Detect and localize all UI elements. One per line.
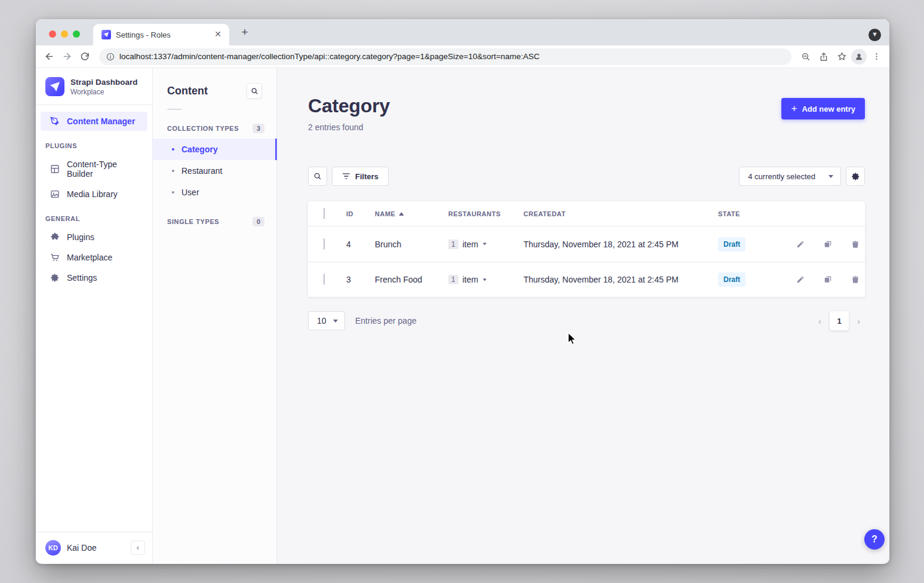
zoom-window-button[interactable] — [73, 30, 80, 38]
main-content: Category 2 entries found + Add new entry… — [277, 68, 889, 563]
duplicate-icon[interactable] — [820, 272, 836, 287]
user-name: Kai Doe — [67, 543, 125, 553]
row-checkbox[interactable] — [324, 274, 325, 285]
content-subnav: Content COLLECTION TYPES 3 Category Rest… — [153, 68, 277, 563]
sidebar-item-content-type-builder[interactable]: Content-Type Builder — [41, 155, 147, 183]
columns-selected-dropdown[interactable]: 4 currently selected — [739, 167, 841, 186]
sidebar-item-marketplace[interactable]: Marketplace — [41, 248, 147, 267]
help-button[interactable]: ? — [864, 529, 885, 550]
table-settings-gear-icon[interactable] — [846, 167, 865, 186]
plus-icon: + — [791, 103, 797, 113]
sidebar-item-settings[interactable]: Settings — [41, 268, 147, 287]
cell-restaurants[interactable]: 1 item — [448, 240, 523, 249]
previous-page-icon[interactable]: ‹ — [814, 314, 826, 329]
tab-search-icon[interactable]: ▼ — [868, 29, 881, 41]
sidebar-item-plugins[interactable]: Plugins — [41, 228, 147, 247]
column-header-name[interactable]: NAME — [375, 210, 448, 217]
forward-icon[interactable] — [58, 48, 75, 65]
column-header-state[interactable]: STATE — [718, 210, 793, 217]
minimize-window-button[interactable] — [61, 30, 68, 38]
workspace-brand[interactable]: Strapi Dashboard Workplace — [36, 68, 152, 105]
sidebar-item-label: Marketplace — [67, 253, 112, 262]
table-row[interactable]: 3 French Food 1 item Thursday, November … — [308, 262, 865, 297]
entries-per-page-dropdown[interactable]: 10 — [308, 311, 345, 330]
select-all-checkbox[interactable] — [324, 208, 325, 219]
tab-title: Settings - Roles — [116, 30, 208, 39]
delete-trash-icon[interactable] — [848, 272, 863, 287]
relation-count-badge: 1 — [448, 275, 458, 284]
cell-name: French Food — [375, 275, 448, 284]
profile-avatar-icon[interactable] — [851, 49, 867, 65]
chevron-down-icon — [828, 175, 833, 178]
browser-menu-icon[interactable] — [868, 48, 885, 65]
site-info-icon[interactable] — [106, 53, 115, 61]
browser-window: Settings - Roles ✕ + ▼ localhost:1337/ad… — [36, 19, 889, 564]
chevron-down-icon — [483, 243, 486, 246]
subnav-item-restaurant[interactable]: Restaurant — [153, 160, 276, 182]
bullet-icon — [172, 191, 174, 194]
bookmark-star-icon[interactable] — [833, 48, 850, 65]
column-header-createdat[interactable]: CREATEDAT — [523, 210, 718, 217]
single-types-count: 0 — [252, 217, 264, 226]
sidebar-item-content-manager[interactable]: Content Manager — [41, 112, 147, 131]
feather-pen-icon — [50, 116, 60, 126]
subnav-item-label: Category — [181, 145, 218, 154]
bullet-icon — [172, 170, 174, 172]
zoom-page-icon[interactable] — [797, 48, 814, 65]
cell-state: Draft — [718, 237, 793, 251]
back-icon[interactable] — [41, 48, 57, 65]
collapse-sidebar-button[interactable]: ‹ — [131, 541, 145, 555]
subnav-item-label: Restaurant — [181, 166, 222, 176]
url-text: localhost:1337/admin/content-manager/col… — [119, 52, 540, 61]
reload-icon[interactable] — [76, 48, 93, 65]
filter-icon — [342, 173, 350, 180]
picture-icon — [50, 189, 60, 199]
sidebar-item-label: Media Library — [67, 189, 118, 199]
search-icon[interactable] — [247, 83, 262, 99]
subnav-item-label: User — [181, 188, 199, 197]
table-header-row: ID NAME RESTAURANTS CREATEDAT STATE — [308, 201, 865, 226]
search-entries-icon[interactable] — [308, 167, 327, 186]
cell-restaurants[interactable]: 1 item — [448, 275, 523, 284]
relation-count-badge: 1 — [448, 240, 458, 249]
filters-button[interactable]: Filters — [332, 167, 389, 186]
cell-id: 4 — [346, 240, 375, 249]
table-actions-row: Filters 4 currently selected — [308, 167, 865, 186]
cell-id: 3 — [346, 275, 375, 284]
column-header-id[interactable]: ID — [346, 210, 375, 217]
edit-pencil-icon[interactable] — [793, 237, 808, 252]
entries-per-page-label: Entries per page — [355, 316, 417, 326]
main-sidebar: Strapi Dashboard Workplace Content Manag… — [36, 68, 153, 563]
page-number-button[interactable]: 1 — [830, 311, 849, 330]
strapi-logo — [45, 77, 64, 96]
table-row[interactable]: 4 Brunch 1 item Thursday, November 18, 2… — [308, 226, 865, 262]
sidebar-item-media-library[interactable]: Media Library — [41, 185, 147, 204]
collection-types-count: 3 — [252, 124, 264, 133]
workspace-subtitle: Workplace — [70, 88, 138, 96]
tab-close-icon[interactable]: ✕ — [212, 29, 223, 40]
column-header-restaurants[interactable]: RESTAURANTS — [448, 210, 523, 217]
sidebar-item-label: Plugins — [67, 232, 94, 242]
browser-tab[interactable]: Settings - Roles ✕ — [93, 24, 229, 45]
sidebar-item-label: Content-Type Builder — [67, 159, 138, 179]
new-tab-button[interactable]: + — [238, 26, 252, 40]
puzzle-icon — [50, 232, 60, 242]
entries-table: ID NAME RESTAURANTS CREATEDAT STATE 4 Br… — [308, 201, 865, 297]
duplicate-icon[interactable] — [820, 237, 836, 252]
delete-trash-icon[interactable] — [848, 237, 863, 252]
add-new-entry-button[interactable]: + Add new entry — [781, 98, 865, 119]
layout-builder-icon — [50, 164, 60, 174]
cell-name: Brunch — [375, 240, 448, 249]
gear-icon — [50, 273, 60, 283]
sidebar-item-label: Content Manager — [67, 116, 135, 126]
edit-pencil-icon[interactable] — [793, 272, 808, 287]
subnav-item-category[interactable]: Category — [153, 139, 276, 160]
subnav-item-user[interactable]: User — [153, 182, 276, 203]
sidebar-footer: KD Kai Doe ‹ — [36, 532, 152, 563]
tab-strip: Settings - Roles ✕ + ▼ — [36, 19, 889, 45]
url-bar[interactable]: localhost:1337/admin/content-manager/col… — [99, 48, 791, 65]
close-window-button[interactable] — [49, 30, 56, 38]
next-page-icon[interactable]: › — [852, 314, 865, 329]
share-icon[interactable] — [815, 48, 832, 65]
row-checkbox[interactable] — [324, 238, 325, 250]
